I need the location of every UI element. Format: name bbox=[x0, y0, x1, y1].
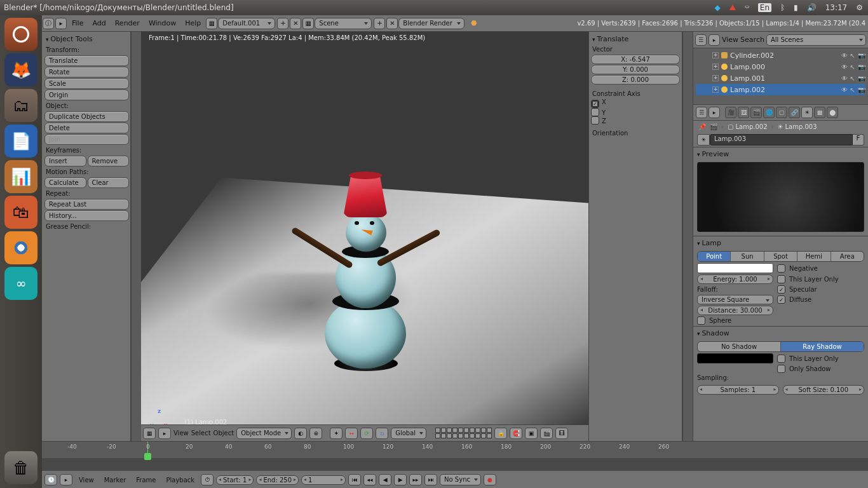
object-tools-hd[interactable]: Object Tools bbox=[44, 33, 129, 45]
history-button[interactable]: History... bbox=[44, 210, 129, 221]
lamp-type-sun[interactable]: Sun bbox=[731, 252, 764, 261]
rotate-button[interactable]: Rotate bbox=[44, 67, 129, 78]
collapse-menus-icon[interactable]: ▸ bbox=[709, 34, 720, 46]
softsize-field[interactable]: Soft Size: 0.100 bbox=[783, 385, 865, 395]
tl-playback-menu[interactable]: Playback bbox=[162, 477, 198, 484]
scene-dropdown[interactable]: Scene bbox=[315, 18, 372, 29]
delete-scene-icon[interactable]: ✕ bbox=[386, 18, 398, 29]
impress-icon[interactable]: 📊 bbox=[4, 160, 37, 193]
frame-current-field[interactable]: 1 bbox=[301, 475, 346, 485]
constraint-x-check[interactable]: X bbox=[591, 98, 680, 108]
session-icon[interactable]: ⚙ bbox=[856, 3, 863, 12]
editor-type-properties-icon[interactable]: ☰ bbox=[696, 107, 707, 118]
object-menu[interactable]: Object bbox=[214, 430, 234, 437]
jump-start-icon[interactable]: ⏮ bbox=[348, 474, 361, 485]
tl-frame-menu[interactable]: Frame bbox=[132, 477, 159, 484]
shadow-type-segmented[interactable]: No Shadow Ray Shadow bbox=[697, 341, 864, 352]
autokey-icon[interactable]: ● bbox=[484, 474, 496, 485]
tab-render-layers[interactable]: 🖼 bbox=[738, 107, 749, 118]
lamp-type-area[interactable]: Area bbox=[831, 252, 864, 261]
constraint-y-check[interactable]: Y bbox=[591, 108, 680, 116]
scale-button[interactable]: Scale bbox=[44, 78, 129, 89]
render-anim-icon[interactable]: 🎞 bbox=[555, 428, 568, 439]
bluetooth-icon[interactable]: ᛒ bbox=[780, 3, 785, 12]
network-icon[interactable]: ⌔ bbox=[745, 3, 749, 12]
jump-end-icon[interactable]: ⏭ bbox=[424, 474, 437, 485]
lamp-type-segmented[interactable]: Point Sun Spot Hemi Area bbox=[697, 251, 864, 262]
language-indicator[interactable]: En bbox=[758, 3, 771, 12]
editor-type-info-icon[interactable]: ⓘ bbox=[43, 18, 54, 29]
volume-icon[interactable]: 🔊 bbox=[807, 3, 817, 12]
orientation-dropdown[interactable]: Global bbox=[391, 428, 426, 439]
tl-view-menu[interactable]: View bbox=[75, 477, 98, 484]
collapse-menus-icon[interactable]: ▸ bbox=[55, 18, 67, 29]
origin-button[interactable]: Origin bbox=[44, 90, 129, 100]
crumb-object[interactable]: ▢ Lamp.002 bbox=[728, 123, 768, 130]
tab-scene[interactable]: 🎬 bbox=[750, 107, 762, 118]
screen-browse-icon[interactable]: ▦ bbox=[206, 18, 217, 29]
layer-only-check[interactable] bbox=[777, 275, 785, 283]
outliner-view-menu[interactable]: View bbox=[722, 36, 738, 44]
clock[interactable]: 13:17 bbox=[825, 3, 848, 12]
motion-clear-button[interactable]: Clear bbox=[88, 177, 130, 188]
repeat-last-button[interactable]: Repeat Last bbox=[44, 199, 129, 210]
keyframe-insert-button[interactable]: Insert bbox=[44, 156, 86, 166]
view-menu[interactable]: View bbox=[173, 430, 189, 437]
energy-field[interactable]: Energy: 1.000 bbox=[697, 274, 773, 284]
outliner-search-menu[interactable]: Search bbox=[740, 36, 764, 44]
menu-file[interactable]: File bbox=[67, 19, 88, 27]
editor-type-outliner-icon[interactable]: ☰ bbox=[695, 34, 707, 46]
diffuse-check[interactable] bbox=[777, 295, 785, 304]
vec-x-field[interactable]: X: -6.547 bbox=[591, 55, 680, 64]
specular-check[interactable] bbox=[777, 285, 785, 294]
tab-constraints[interactable]: 🔗 bbox=[789, 107, 800, 118]
datablock-name-field[interactable]: Lamp.003 bbox=[710, 134, 853, 146]
frame-start-field[interactable]: Start: 1 bbox=[216, 475, 254, 485]
pin-icon[interactable]: 📌 bbox=[698, 123, 706, 130]
shadow-none[interactable]: No Shadow bbox=[698, 342, 781, 351]
delete-button[interactable]: Delete bbox=[44, 123, 129, 133]
browse-datablock-icon[interactable]: ☀ bbox=[697, 134, 710, 146]
files-icon[interactable]: 🗂 bbox=[4, 89, 37, 122]
render-preview-icon[interactable]: 🎬 bbox=[540, 428, 553, 439]
motion-calc-button[interactable]: Calculate bbox=[44, 177, 86, 188]
editor-type-timeline-icon[interactable]: 🕓 bbox=[44, 474, 57, 485]
lamp-type-point[interactable]: Point bbox=[698, 252, 731, 261]
battery-icon[interactable]: ▮ bbox=[794, 3, 798, 12]
collapse-menus-icon[interactable]: ▸ bbox=[60, 474, 72, 485]
shading-icon[interactable]: ◐ bbox=[294, 428, 307, 439]
vec-z-field[interactable]: Z: 0.000 bbox=[591, 75, 680, 85]
firefox-icon[interactable]: 🦊 bbox=[4, 53, 37, 86]
manipulator-toggle-icon[interactable]: ✦ bbox=[330, 428, 342, 439]
add-screen-icon[interactable]: + bbox=[277, 18, 288, 29]
render-engine-dropdown[interactable]: Blender Render bbox=[398, 18, 465, 29]
lamp-type-hemi[interactable]: Hemi bbox=[797, 252, 831, 261]
timeline-ruler[interactable]: -40-200204060801001201401601802002202402… bbox=[42, 442, 868, 458]
op-translate-hd[interactable]: Translate bbox=[591, 34, 680, 44]
tab-texture[interactable]: ▩ bbox=[814, 107, 825, 118]
outliner-scope-dropdown[interactable]: All Scenes bbox=[766, 34, 866, 46]
timeline-keys[interactable] bbox=[42, 458, 868, 471]
snap-target-icon[interactable]: ▣ bbox=[525, 428, 538, 439]
shadow-panel-hd[interactable]: Shadow bbox=[693, 327, 868, 340]
preview-panel-hd[interactable]: Preview bbox=[693, 147, 868, 161]
tl-marker-menu[interactable]: Marker bbox=[100, 477, 130, 484]
fake-user-button[interactable]: F bbox=[853, 134, 864, 146]
tab-data-lamp[interactable]: ☀ bbox=[801, 107, 813, 118]
lamp-type-spot[interactable]: Spot bbox=[764, 252, 797, 261]
delete-screen-icon[interactable]: ✕ bbox=[290, 18, 301, 29]
crumb-data[interactable]: ☀ Lamp.003 bbox=[778, 123, 817, 130]
dash-icon[interactable] bbox=[4, 18, 37, 51]
toolshelf-scrollbar[interactable] bbox=[131, 32, 141, 441]
screen-layout-dropdown[interactable]: Default.001 bbox=[218, 18, 275, 29]
keyframe-remove-button[interactable]: Remove bbox=[88, 156, 130, 166]
collapse-menus-icon[interactable]: ▸ bbox=[158, 428, 171, 439]
shadow-color-swatch[interactable] bbox=[697, 353, 773, 363]
tab-render[interactable]: 🎥 bbox=[725, 107, 736, 118]
snapping-icon[interactable]: 🧲 bbox=[510, 428, 522, 439]
messaging-icon[interactable]: ◆ bbox=[715, 3, 721, 12]
negative-check[interactable] bbox=[777, 264, 785, 273]
sync-dropdown[interactable]: No Sync bbox=[440, 474, 481, 485]
duplicate-button[interactable]: Duplicate Objects bbox=[44, 111, 129, 122]
tab-world[interactable]: 🌐 bbox=[763, 107, 775, 118]
